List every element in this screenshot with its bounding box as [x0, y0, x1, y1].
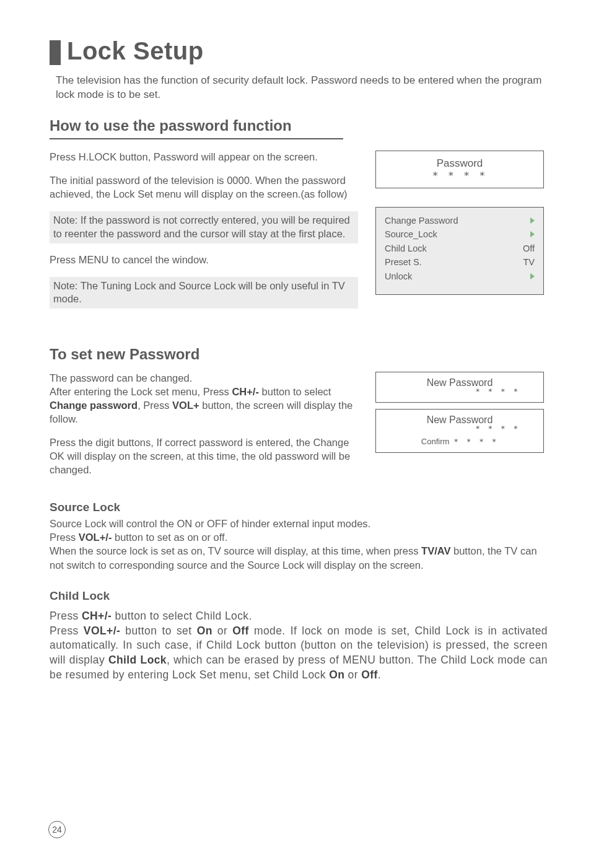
menu-value: TV — [520, 255, 535, 269]
child-lock-body: Press CH+/- button to select Child Lock.… — [50, 609, 548, 682]
chevron-right-icon — [530, 273, 535, 279]
new-password-panel-2: New Password * * * * Confirm * * * * — [375, 409, 544, 453]
menu-label: Preset S. — [385, 255, 422, 269]
menu-row-preset: Preset S. TV — [385, 255, 535, 269]
new-password-stars-2: * * * * — [387, 424, 532, 433]
menu-row-unlock: Unlock — [385, 270, 535, 283]
source-lock-body: Source Lock will control the ON or OFF o… — [50, 517, 548, 572]
password-panel: Password * * * * — [375, 151, 544, 188]
password-panel-stars: * * * * — [385, 170, 535, 182]
how-note1: Note: If the password is not correctly e… — [50, 211, 358, 243]
confirm-row: Confirm * * * * — [387, 437, 532, 446]
how-p1: Press H.LOCK button, Password will appea… — [50, 151, 358, 164]
menu-label: Change Password — [385, 214, 458, 227]
setpw-p2: Press the digit buttons, If correct pass… — [50, 436, 358, 477]
child-lock-heading: Child Lock — [50, 589, 548, 603]
chevron-right-icon — [530, 231, 535, 237]
how-note2: Note: The Tuning Lock and Source Lock wi… — [50, 277, 358, 309]
page-number: 24 — [48, 821, 66, 838]
source-lock-heading: Source Lock — [50, 501, 548, 514]
lock-menu-panel: Change Password Source_Lock Child Lock O… — [375, 207, 544, 295]
title-accent-block — [50, 40, 61, 65]
page-number-badge: 24 — [48, 821, 66, 838]
new-password-panel-1: New Password * * * * — [375, 372, 544, 403]
new-password-stars: * * * * — [387, 387, 532, 396]
password-panel-title: Password — [385, 157, 535, 170]
menu-row-source-lock: Source_Lock — [385, 227, 535, 241]
intro-paragraph: The television has the function of secur… — [56, 74, 548, 102]
menu-label: Source_Lock — [385, 227, 437, 241]
how-to-heading: How to use the password function — [50, 117, 343, 139]
menu-label: Unlock — [385, 270, 412, 283]
page-title-row: Lock Setup — [50, 37, 548, 65]
setpw-p1: The password can be changed. After enter… — [50, 372, 358, 426]
how-p3: Press MENU to cancel the window. — [50, 253, 358, 267]
menu-row-child-lock: Child Lock Off — [385, 242, 535, 255]
set-new-password-heading: To set new Password — [50, 346, 548, 363]
page-title: Lock Setup — [67, 37, 204, 65]
menu-row-change-password: Change Password — [385, 214, 535, 227]
chevron-right-icon — [530, 217, 535, 224]
how-p2: The initial password of the television i… — [50, 174, 358, 201]
menu-label: Child Lock — [385, 242, 427, 255]
menu-value: Off — [520, 242, 535, 255]
